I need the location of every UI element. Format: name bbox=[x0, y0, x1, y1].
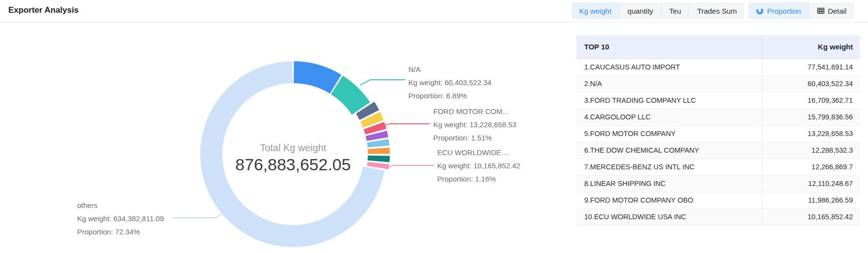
row-kg-weight-value: 11,986,266.59 bbox=[762, 192, 860, 208]
donut-slice-caucasus-auto-import[interactable] bbox=[294, 72, 336, 84]
row-exporter-name: 5.FORD MOTOR COMPANY bbox=[576, 125, 762, 142]
row-exporter-name: 8.LINEAR SHIPPING INC bbox=[576, 175, 762, 192]
exporter-analysis-page: Exporter Analysis Kg weightquantityTeuTr… bbox=[0, 0, 868, 253]
row-exporter-name: 2.N/A bbox=[576, 75, 762, 92]
tab-label: Trades Sum bbox=[697, 7, 737, 15]
donut-slice-cargoloop-llc[interactable] bbox=[370, 116, 373, 124]
table-row: 9.FORD MOTOR COMPANY OBO11,986,266.59 bbox=[576, 192, 860, 208]
tab-proportion[interactable]: Proportion bbox=[748, 2, 809, 19]
tab-label: Detail bbox=[828, 7, 847, 15]
table-icon bbox=[817, 7, 825, 14]
row-kg-weight-value: 12,288,532.3 bbox=[762, 142, 860, 159]
tab-label: Kg weight bbox=[579, 7, 612, 15]
row-exporter-name: 3.FORD TRADING COMPANY LLC bbox=[576, 92, 762, 109]
row-exporter-name: 7.MERCEDES-BENZ US INTL INC bbox=[576, 159, 762, 175]
row-kg-weight-value: 10,165,852.42 bbox=[762, 208, 860, 225]
tab-trades-sum[interactable]: Trades Sum bbox=[689, 2, 744, 19]
row-exporter-name: 9.FORD MOTOR COMPANY OBO bbox=[576, 192, 762, 208]
tab-label: quantity bbox=[628, 7, 654, 15]
donut-slice-ford-motor-company[interactable] bbox=[374, 126, 376, 132]
row-exporter-name: 4.CARGOLOOP LLC bbox=[576, 109, 762, 125]
view-tab-group: ProportionDetail bbox=[748, 2, 854, 19]
tab-teu[interactable]: Teu bbox=[661, 2, 689, 19]
row-kg-weight-value: 13,228,658.53 bbox=[762, 125, 860, 142]
row-kg-weight-value: 12,110,248.67 bbox=[762, 175, 860, 192]
table-row: 5.FORD MOTOR COMPANY13,228,658.53 bbox=[576, 125, 860, 142]
callout-leader-line bbox=[389, 165, 434, 167]
row-kg-weight-value: 15,799,836.56 bbox=[762, 109, 860, 125]
callout-leader-line bbox=[360, 80, 405, 85]
top10-table-panel: TOP 10 Kg weight 1.CAUCASUS AUTO IMPORT7… bbox=[576, 35, 860, 226]
donut-chart-icon bbox=[756, 7, 763, 15]
donut-slice-n-a[interactable] bbox=[337, 85, 361, 108]
row-exporter-name: 10.ECU WORLDWIDE USA INC bbox=[576, 208, 762, 225]
donut-slice-mercedes-benz-us-intl-inc[interactable] bbox=[378, 141, 378, 147]
donut-slice-the-dow-chemical-company[interactable] bbox=[376, 134, 377, 139]
callout-leader-line bbox=[385, 124, 430, 125]
page-title: Exporter Analysis bbox=[8, 5, 79, 15]
table-row: 2.N/A60,403,522.34 bbox=[576, 75, 860, 92]
table-row: 3.FORD TRADING COMPANY LLC16,709,362.71 bbox=[576, 92, 860, 109]
top10-table: TOP 10 Kg weight 1.CAUCASUS AUTO IMPORT7… bbox=[576, 35, 860, 226]
donut-chart-svg bbox=[0, 23, 567, 253]
table-header-row: TOP 10 Kg weight bbox=[576, 35, 860, 59]
donut-slice-ecu-worldwide-usa-inc[interactable] bbox=[378, 163, 378, 167]
row-kg-weight-value: 16,709,362.71 bbox=[762, 92, 860, 109]
table-header-kg-weight: Kg weight bbox=[762, 35, 860, 59]
tab-label: Teu bbox=[669, 7, 681, 15]
table-row: 7.MERCEDES-BENZ US INTL INC12,266,869.7 bbox=[576, 159, 860, 175]
row-exporter-name: 1.CAUCASUS AUTO IMPORT bbox=[576, 59, 762, 75]
donut-slice-ford-trading-company-llc[interactable] bbox=[365, 108, 370, 115]
tab-kg-weight[interactable]: Kg weight bbox=[572, 2, 620, 19]
table-row: 1.CAUCASUS AUTO IMPORT77,541,691.14 bbox=[576, 59, 860, 75]
row-kg-weight-value: 12,266,869.7 bbox=[762, 159, 860, 175]
donut-slice-ford-motor-company-obo[interactable] bbox=[379, 156, 379, 161]
callout-leader-line bbox=[172, 214, 222, 218]
tab-detail[interactable]: Detail bbox=[809, 2, 854, 19]
table-row: 8.LINEAR SHIPPING INC12,110,248.67 bbox=[576, 175, 860, 192]
donut-chart: Total Kg weight 876,883,652.05 N/AKg wei… bbox=[0, 23, 567, 253]
tab-label: Proportion bbox=[767, 7, 801, 15]
toolbar-tabs: Kg weightquantityTeuTrades Sum Proportio… bbox=[572, 2, 854, 19]
row-kg-weight-value: 77,541,691.14 bbox=[762, 59, 860, 75]
metric-tab-group: Kg weightquantityTeuTrades Sum bbox=[572, 2, 745, 19]
table-row: 10.ECU WORLDWIDE USA INC10,165,852.42 bbox=[576, 208, 860, 225]
table-row: 6.THE DOW CHEMICAL COMPANY12,288,532.3 bbox=[576, 142, 860, 159]
tab-quantity[interactable]: quantity bbox=[620, 2, 662, 19]
row-exporter-name: 6.THE DOW CHEMICAL COMPANY bbox=[576, 142, 762, 159]
table-header-top10: TOP 10 bbox=[576, 35, 762, 59]
table-row: 4.CARGOLOOP LLC15,799,836.56 bbox=[576, 109, 860, 125]
row-kg-weight-value: 60,403,522.34 bbox=[762, 75, 860, 92]
